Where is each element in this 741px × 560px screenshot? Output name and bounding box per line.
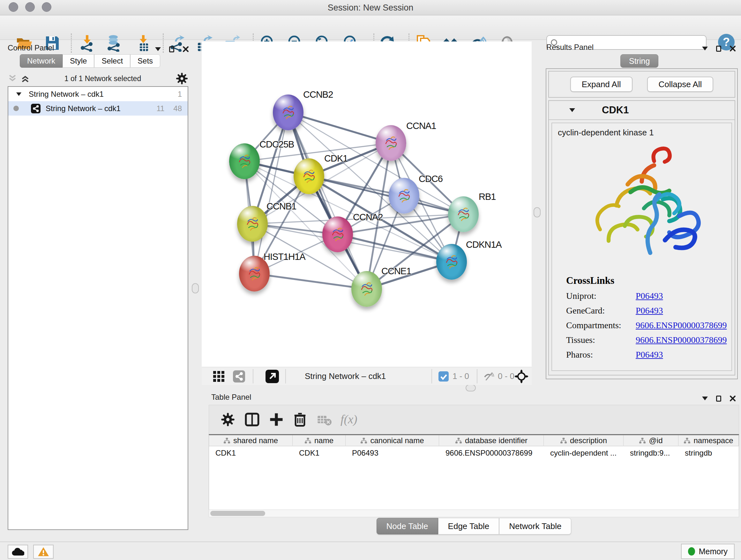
table-cell[interactable]: P06493 [346,446,439,460]
table-cell[interactable]: cyclin-dependent ... [544,446,623,460]
network-canvas[interactable]: CCNB2CCNA1CDC25BCDK1CDC6RB1CCNB1CCNA2CDK… [202,42,532,367]
edge-CCNB2-CCNE1[interactable] [288,112,367,289]
control-panel-tabs: NetworkStyleSelectSets [20,54,160,68]
column-header-description[interactable]: description [544,435,623,446]
string-results-container: Expand All Collapse All CDK1 cyclin-depe… [546,68,738,379]
crosslink-link[interactable]: 9606.ENSP00000378699 [636,320,727,330]
open-in-window-icon[interactable] [266,370,279,383]
collapse-section-icon[interactable] [569,108,575,112]
node-CDC6[interactable] [389,178,419,213]
tab-style[interactable]: Style [63,54,94,68]
expand-all-icon[interactable] [20,74,30,83]
edge-CCNB2-CCNA1[interactable] [288,112,391,143]
column-header-database-identifier[interactable]: database identifier [439,435,544,446]
node-CCNB2[interactable] [273,95,304,130]
table-cell[interactable]: CDK1 [209,446,293,460]
node-CDK1[interactable] [293,159,324,194]
network-row-selected[interactable]: String Network – cdk1 11 48 [8,101,188,116]
gene-name: CDK1 [602,105,629,116]
toolbar-separator [477,369,477,383]
delete-column-icon[interactable] [293,412,307,427]
memory-status-dot [688,547,695,556]
node-CCNA2[interactable] [322,216,353,252]
node-CDC25B[interactable] [229,143,260,179]
edge-CCNB2-HIST1H1A[interactable] [254,112,288,273]
table-cell[interactable]: 9606.ENSP00000378699 [439,446,544,460]
expand-all-button[interactable]: Expand All [570,77,632,92]
function-builder-icon[interactable]: f(x) [340,412,369,427]
crosslinks-rows: Uniprot:P06493GeneCard:P06493Compartment… [566,291,731,360]
horizontal-scrollbar[interactable] [209,509,739,517]
network-share-icon [31,104,41,113]
tab-string[interactable]: String [620,54,658,68]
table-cell[interactable]: CDK1 [293,446,346,460]
crosslink-link[interactable]: P06493 [636,291,663,301]
gene-section-header[interactable]: CDK1 [549,101,735,120]
control-panel-title: Control Panel [8,44,54,52]
right-splitter-handle[interactable] [534,207,541,217]
table-row[interactable]: CDK1CDK1P064939606.ENSP00000378699cyclin… [209,446,739,460]
collapse-panel-icon[interactable] [155,47,161,51]
table-toolbar: f(x) [209,405,739,434]
network-view-title: String Network – cdk1 [305,371,386,381]
node-CDKN1A[interactable] [436,244,467,280]
collapse-all-button[interactable]: Collapse All [647,77,714,92]
birdseye-grid-icon[interactable] [213,371,225,382]
main-toolbar: ? [0,15,741,40]
node-label-RB1: RB1 [479,192,495,202]
hidden-eye-slash-icon[interactable] [483,371,495,382]
tab-edge-table[interactable]: Edge Table [438,518,499,535]
column-header-namespace[interactable]: namespace [678,435,739,446]
table-cell[interactable]: stringdb [678,446,739,460]
left-splitter-handle[interactable] [192,283,199,294]
float-panel-icon[interactable] [716,46,721,52]
node-label-CCNA1: CCNA1 [406,121,436,131]
close-panel-icon[interactable] [730,395,736,401]
collapse-panel-icon[interactable] [702,396,708,400]
scrollbar-thumb[interactable] [210,511,265,516]
column-header-name[interactable]: name [293,435,346,446]
tab-network-table[interactable]: Network Table [499,518,571,535]
node-CCNB1[interactable] [237,206,268,242]
close-panel-icon[interactable] [183,46,189,52]
tree-expand-icon[interactable] [16,92,21,96]
tab-sets[interactable]: Sets [130,54,160,68]
float-panel-icon[interactable] [716,395,721,401]
node-label-CDC6: CDC6 [419,174,443,184]
table-cell[interactable]: stringdb:9... [623,446,678,460]
crosslink-link[interactable]: 9606.ENSP00000378699 [636,335,727,345]
crosshair-icon[interactable] [515,369,529,383]
collapse-all-icon[interactable] [8,74,17,83]
network-options-gear-icon[interactable] [176,72,188,85]
node-CCNA1[interactable] [376,125,406,161]
delete-table-icon[interactable] [317,412,332,427]
warnings-button[interactable] [33,545,54,559]
table-options-gear-icon[interactable] [220,412,235,427]
cloud-button[interactable] [8,545,28,559]
float-panel-icon[interactable] [169,46,174,52]
crosslink-link[interactable]: P06493 [636,350,663,360]
collapse-panel-icon[interactable] [702,47,708,51]
column-header-shared-name[interactable]: shared name [209,435,293,446]
column-header-canonical-name[interactable]: canonical name [346,435,439,446]
network-collection-row[interactable]: String Network – cdk1 1 [8,87,188,101]
node-RB1[interactable] [448,196,479,232]
close-panel-icon[interactable] [730,45,736,52]
memory-button[interactable]: Memory [681,544,735,559]
edge-HIST1H1A-CCNE1[interactable] [254,273,367,289]
toolbar-separator [431,369,432,383]
network-type-share-icon[interactable] [233,370,245,382]
add-column-icon[interactable] [269,412,284,427]
horizontal-splitter-handle[interactable] [466,384,476,391]
tab-network[interactable]: Network [20,54,63,68]
column-header--id[interactable]: @id [623,435,678,446]
selected-checkbox-icon[interactable] [439,371,449,381]
crosslinks-block: CrossLinks Uniprot:P06493GeneCard:P06493… [566,275,731,360]
show-columns-icon[interactable] [245,412,259,427]
crosslink-link[interactable]: P06493 [636,306,663,316]
tab-select[interactable]: Select [94,54,130,68]
memory-label: Memory [699,547,728,556]
tab-node-table[interactable]: Node Table [377,518,438,535]
toolbar-separator [253,369,253,383]
node-CCNE1[interactable] [351,271,382,307]
